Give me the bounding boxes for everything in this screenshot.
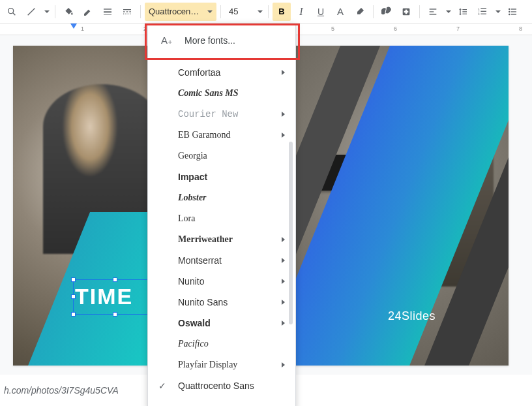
selected-textbox[interactable]: TIME: [73, 279, 158, 315]
chevron-right-icon: [282, 362, 285, 367]
font-item-label: Montserrat: [178, 255, 222, 266]
font-item[interactable]: EB Garamond: [148, 125, 295, 146]
font-item-label: Georgia: [178, 151, 207, 161]
resize-handle[interactable]: [113, 277, 117, 282]
svg-rect-17: [430, 8, 437, 9]
font-list: ComfortaaComic Sans MSCourier NewEB Gara…: [148, 57, 295, 404]
font-item[interactable]: Lora: [148, 208, 295, 229]
svg-rect-3: [104, 8, 111, 9]
font-family-selector[interactable]: Quattrocen…: [145, 3, 216, 21]
brand-logo-text: 24Slides: [388, 309, 436, 323]
ruler-tick: 1: [81, 25, 84, 32]
resize-handle[interactable]: [71, 294, 76, 299]
font-size-selector[interactable]: 45: [225, 3, 254, 21]
indent-marker[interactable]: [70, 23, 77, 29]
line-spacing-icon[interactable]: [454, 3, 472, 21]
align-dropdown[interactable]: [443, 3, 452, 21]
toolbar: Quattrocen… 45 B I U A 123: [0, 0, 532, 23]
font-item-label: Comic Sans MS: [178, 88, 239, 99]
font-item[interactable]: Playfair Display: [148, 354, 295, 375]
svg-rect-6: [123, 9, 131, 10]
highlight-color-icon[interactable]: [351, 3, 369, 21]
svg-rect-10: [123, 13, 124, 14]
svg-point-30: [509, 13, 510, 15]
font-size-value: 45: [229, 7, 238, 16]
bulleted-list-icon[interactable]: [503, 3, 522, 21]
insert-comment-icon[interactable]: [397, 3, 415, 21]
menu-scrollbar[interactable]: [289, 142, 293, 324]
font-item[interactable]: Oswald: [148, 313, 295, 334]
svg-rect-27: [511, 8, 516, 9]
paint-bucket-icon[interactable]: [59, 3, 78, 21]
font-item-label: Impact: [178, 172, 207, 182]
selection-handles: [71, 277, 160, 317]
font-item-label: Playfair Display: [178, 360, 237, 370]
chevron-right-icon: [282, 300, 285, 305]
chevron-right-icon: [282, 133, 285, 138]
font-item-label: Pacifico: [178, 339, 209, 349]
svg-point-28: [509, 10, 510, 12]
font-size-dropdown[interactable]: [255, 3, 264, 21]
svg-rect-4: [104, 11, 111, 12]
svg-text:3: 3: [478, 12, 480, 16]
ruler-tick: 2: [143, 25, 147, 32]
ruler-tick: 8: [519, 25, 522, 32]
svg-rect-8: [126, 11, 128, 12]
border-dash-icon[interactable]: [118, 3, 136, 21]
chevron-right-icon: [282, 237, 285, 242]
font-family-menu: A₊ More fonts... ComfortaaComic Sans MSC…: [147, 23, 296, 406]
font-item-label: Lora: [178, 213, 195, 224]
chevron-down-icon: [207, 10, 213, 13]
numbered-list-icon[interactable]: 123: [473, 3, 492, 21]
svg-rect-16: [404, 10, 409, 12]
border-weight-icon[interactable]: [98, 3, 117, 21]
resize-handle[interactable]: [71, 312, 76, 317]
svg-line-2: [28, 8, 35, 15]
ruler-tick: 5: [331, 25, 334, 32]
resize-handle[interactable]: [71, 277, 76, 282]
bold-button[interactable]: B: [273, 3, 291, 21]
font-item[interactable]: Merriweather: [148, 229, 295, 250]
more-fonts-label: More fonts...: [185, 35, 235, 46]
chevron-right-icon: [282, 70, 285, 75]
numbered-list-dropdown[interactable]: [493, 3, 502, 21]
font-item[interactable]: Nunito Sans: [148, 292, 295, 313]
font-item[interactable]: Comic Sans MS: [148, 83, 295, 104]
svg-rect-12: [128, 13, 128, 14]
more-fonts-item[interactable]: A₊ More fonts...: [148, 24, 295, 57]
line-tool-dropdown[interactable]: [42, 3, 51, 21]
italic-button[interactable]: I: [292, 3, 310, 21]
border-color-icon[interactable]: [79, 3, 97, 21]
font-item[interactable]: Courier New: [148, 104, 295, 125]
speaker-notes-text[interactable]: h.com/photos/3I7Sg4u5CVA: [0, 380, 123, 401]
svg-point-26: [509, 8, 510, 10]
add-font-icon: A₊: [161, 35, 173, 46]
font-item[interactable]: Lobster: [148, 187, 295, 208]
font-item-label: Nunito: [178, 276, 204, 287]
svg-rect-7: [123, 11, 125, 12]
line-tool-icon[interactable]: [22, 3, 40, 21]
font-family-label: Quattrocen…: [149, 7, 206, 16]
svg-rect-13: [130, 13, 130, 14]
ruler-tick: 6: [394, 25, 397, 32]
svg-rect-5: [104, 14, 111, 15]
select-tool-icon[interactable]: [3, 3, 21, 21]
svg-rect-9: [129, 11, 131, 12]
resize-handle[interactable]: [113, 312, 117, 317]
font-item[interactable]: Comfortaa: [148, 62, 295, 83]
font-item-label: Lobster: [178, 193, 207, 203]
font-item[interactable]: Quattrocento Sans✓: [148, 375, 295, 396]
underline-button[interactable]: U: [312, 3, 330, 21]
font-item[interactable]: Montserrat: [148, 250, 295, 271]
text-color-button[interactable]: A: [331, 3, 349, 21]
svg-rect-29: [511, 11, 516, 12]
font-item[interactable]: Nunito: [148, 271, 295, 292]
svg-rect-31: [511, 14, 516, 14]
font-item-label: Merriweather: [178, 234, 233, 245]
font-item[interactable]: Impact: [148, 166, 295, 187]
insert-link-icon[interactable]: [377, 3, 396, 21]
svg-rect-18: [430, 11, 434, 12]
font-item[interactable]: Pacifico: [148, 334, 295, 354]
font-item[interactable]: Georgia: [148, 146, 295, 166]
align-icon[interactable]: [424, 3, 442, 21]
